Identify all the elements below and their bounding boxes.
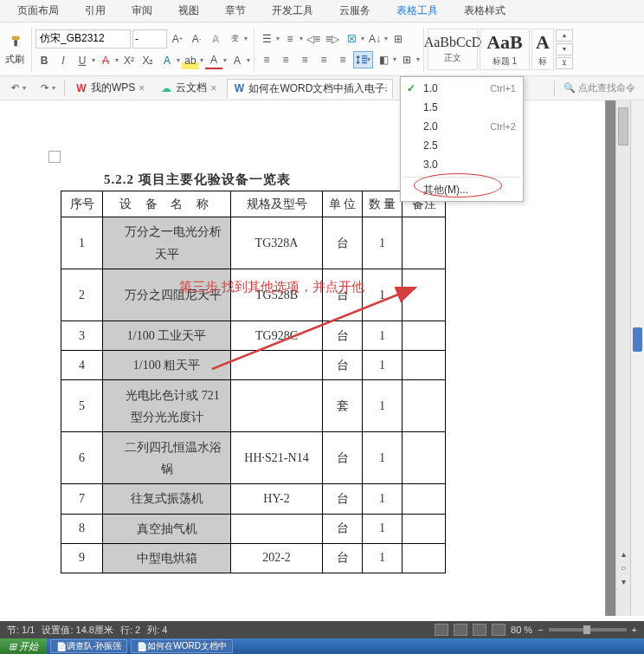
redo-button[interactable]: ↷▾ xyxy=(35,82,59,94)
zoom-out-button[interactable]: − xyxy=(538,625,543,635)
table-row[interactable]: 9中型电烘箱202-2台1 xyxy=(61,543,446,573)
line-spacing-option[interactable]: 2.0Ctrl+2 xyxy=(401,117,523,136)
font-grow-button[interactable]: A+ xyxy=(169,30,186,48)
table-row[interactable]: 7往复式振荡机HY-2台1 xyxy=(61,484,446,514)
style-heading[interactable]: A 标 xyxy=(531,29,554,70)
menu-tab-page-layout[interactable]: 页面布局 xyxy=(17,3,59,18)
line-spacing-option[interactable]: 1.5 xyxy=(401,98,523,117)
undo-button[interactable]: ↶▾ xyxy=(5,82,29,94)
number-list-button[interactable]: ≡ xyxy=(281,30,299,48)
table-row[interactable]: 41/100 粗天平台1 xyxy=(61,351,446,380)
header-qty: 数 量 xyxy=(363,191,402,217)
tab-label: 云文档 xyxy=(176,81,207,95)
font-color-button[interactable]: A xyxy=(205,52,222,69)
text-effects-button[interactable]: A xyxy=(158,52,176,69)
zoom-in-button[interactable]: + xyxy=(632,625,637,635)
taskbar-item[interactable]: 📄如何在WORD文档中 xyxy=(131,639,233,653)
tab-document-active[interactable]: W 如何在WORD文档中插入电子表格 xyxy=(227,79,393,98)
menu-tab-cloud[interactable]: 云服务 xyxy=(339,3,370,18)
zoom-percent[interactable]: 80 % xyxy=(511,625,532,635)
font-shrink-button[interactable]: A- xyxy=(188,30,205,48)
cell-qty: 1 xyxy=(363,543,402,573)
line-spacing-option[interactable]: 2.5 xyxy=(401,136,523,155)
close-icon[interactable]: × xyxy=(210,82,216,94)
font-size-select[interactable] xyxy=(132,29,167,49)
style-scroll-up[interactable]: ▴ xyxy=(556,29,573,42)
superscript-button[interactable]: X² xyxy=(120,52,138,69)
shading-button[interactable]: ◧ xyxy=(375,51,392,68)
start-button[interactable]: ⊞开始 xyxy=(0,638,47,654)
line-spacing-other[interactable]: 其他(M)... xyxy=(401,180,523,199)
clear-format-button[interactable]: A̷ xyxy=(207,30,224,48)
tab-mywps[interactable]: W 我的WPS × xyxy=(70,79,150,98)
bold-button[interactable]: B xyxy=(35,52,53,69)
highlight-button[interactable]: ab xyxy=(182,52,199,69)
table-row[interactable]: 31/100 工业天平TG928C台1 xyxy=(61,321,446,351)
table-row[interactable]: 6 二列四孔恒温水浴锅HH·S21-N14台1 xyxy=(61,432,446,484)
char-shading-button[interactable]: A xyxy=(229,52,246,69)
menu-tab-table-styles[interactable]: 表格样式 xyxy=(464,3,506,18)
zoom-slider[interactable] xyxy=(549,628,627,631)
cell-unit: 台 xyxy=(323,543,363,573)
line-spacing-button[interactable]: ▾ xyxy=(353,51,373,68)
view-print-button[interactable] xyxy=(435,624,448,636)
outdent-button[interactable]: ◁≡ xyxy=(305,30,322,48)
menu-tab-chapter[interactable]: 章节 xyxy=(225,3,246,18)
style-body[interactable]: AaBbCcD 正文 xyxy=(428,29,478,70)
menu-tab-references[interactable]: 引用 xyxy=(85,3,106,18)
underline-button[interactable]: U xyxy=(74,52,91,69)
menu-tabs: 页面布局 引用 审阅 视图 章节 开发工具 云服务 表格工具 表格样式 xyxy=(0,0,644,23)
menu-tab-developer[interactable]: 开发工具 xyxy=(272,3,313,18)
line-spacing-option[interactable]: ✓1.0Ctrl+1 xyxy=(401,79,523,98)
cell-name: 中型电烘箱 xyxy=(103,543,231,573)
align-left-button[interactable]: ≡ xyxy=(258,51,275,68)
align-center-button[interactable]: ≡ xyxy=(277,51,294,68)
align-distribute-button[interactable]: ≡ xyxy=(334,51,351,68)
table-row[interactable]: 1 万分之一电光分析天平TG328A台1 xyxy=(61,217,446,269)
view-outline-button[interactable] xyxy=(454,624,467,636)
close-icon[interactable]: × xyxy=(138,82,145,94)
view-web-button[interactable] xyxy=(473,624,486,636)
status-col: 列: 4 xyxy=(147,624,167,637)
ruler-marker[interactable] xyxy=(633,327,642,352)
cell-note xyxy=(402,380,446,432)
menu-tab-review[interactable]: 审阅 xyxy=(132,3,152,18)
style-scroll-down[interactable]: ▾ xyxy=(556,43,573,55)
italic-button[interactable]: I xyxy=(55,52,72,69)
style-expand[interactable]: ⊻ xyxy=(556,57,573,69)
table-row[interactable]: 2 万分之四阻尼天平TG528B台1 xyxy=(61,269,446,321)
strikethrough-button[interactable]: A xyxy=(97,52,114,69)
prev-page-button[interactable]: ▴ xyxy=(616,547,630,560)
table-row[interactable]: 8真空抽气机台1 xyxy=(61,514,446,543)
align-right-button[interactable]: ≡ xyxy=(296,51,313,68)
show-marks-button[interactable]: ⊞ xyxy=(390,30,407,48)
phonetic-guide-button[interactable]: 变 xyxy=(226,30,243,48)
scrollbar-thumb[interactable] xyxy=(618,107,628,146)
windows-logo-icon: ⊞ xyxy=(9,641,16,652)
object-browse-button[interactable]: ○ xyxy=(616,560,630,574)
format-painter-icon[interactable] xyxy=(5,32,28,49)
bullet-list-button[interactable]: ☰ xyxy=(258,30,275,48)
cell-name: 往复式振荡机 xyxy=(103,484,231,514)
indent-button[interactable]: ≡▷ xyxy=(324,30,341,48)
char-scale-button[interactable]: ☒ xyxy=(343,30,360,48)
style-heading1[interactable]: AaB 标题 1 xyxy=(480,29,530,70)
view-read-button[interactable] xyxy=(492,624,506,636)
font-family-select[interactable] xyxy=(35,29,131,49)
line-spacing-option[interactable]: 3.0 xyxy=(401,155,523,174)
taskbar-item[interactable]: 📄调查队-孙振强 xyxy=(50,639,127,653)
menu-tab-table-tools[interactable]: 表格工具 xyxy=(396,3,438,18)
check-icon: ✓ xyxy=(407,82,415,94)
borders-button[interactable]: ⊞ xyxy=(398,51,415,68)
sort-button[interactable]: A↓ xyxy=(366,30,383,48)
search-command[interactable]: 🔍 点此查找命令 xyxy=(560,81,639,94)
zoom-thumb[interactable] xyxy=(583,625,590,634)
vertical-scrollbar[interactable]: ▴ ○ ▾ xyxy=(615,100,630,616)
cell-name: 万分之四阻尼天平 xyxy=(103,269,231,321)
subscript-button[interactable]: X₂ xyxy=(139,52,157,69)
menu-tab-view[interactable]: 视图 xyxy=(178,3,199,18)
tab-yunwendang[interactable]: ☁ 云文档 × xyxy=(155,79,222,98)
table-row[interactable]: 5 光电比色计或 721型分光光度计套1 xyxy=(61,380,446,432)
align-justify-button[interactable]: ≡ xyxy=(315,51,332,68)
next-page-button[interactable]: ▾ xyxy=(616,574,630,588)
